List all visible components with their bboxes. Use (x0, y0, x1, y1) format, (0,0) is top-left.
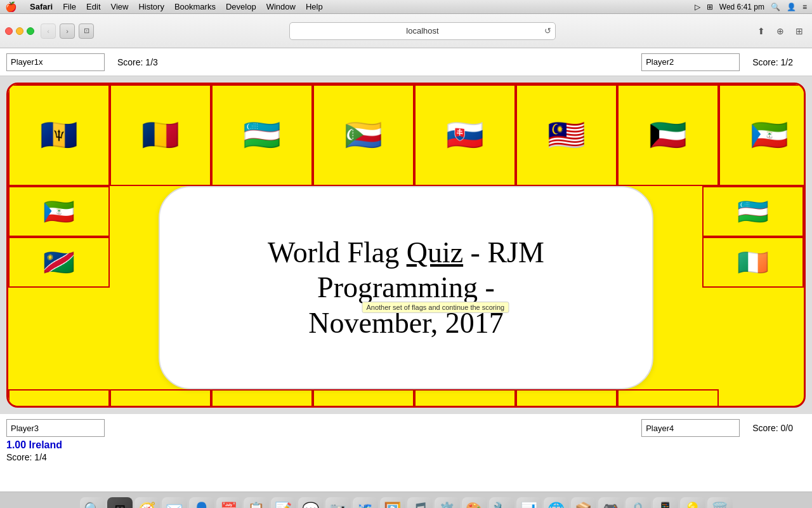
right-column: 🇺🇿 🇮🇪 (702, 186, 804, 389)
flag-cell-2[interactable]: 🇺🇿 (211, 84, 313, 186)
player4-input[interactable] (641, 419, 740, 437)
dock-app4[interactable]: 📊 (516, 497, 542, 509)
flag-cell-6[interactable]: 🇰🇼 (617, 84, 719, 186)
flag-cell-b7[interactable] (617, 389, 719, 408)
search-icon[interactable]: 🔍 (771, 3, 780, 11)
middle-row: 🇬🇶 🇳🇦 World Flag Quiz - RJM Programming … (8, 186, 804, 389)
bottom-row: 🇺🇿 🇳🇦 🇲🇾 🇰🇼 🇹🇹 🇮🇪 🇺🇿 (8, 389, 804, 408)
flag-cell-b2[interactable]: 🇲🇾 (110, 389, 211, 408)
menubar: 🍎 Safari File Edit View History Bookmark… (0, 0, 812, 14)
menu-bookmarks[interactable]: Bookmarks (174, 2, 216, 11)
flag-cell-b0[interactable]: 🇺🇿 (8, 389, 110, 408)
left-cell-0[interactable]: 🇬🇶 (8, 186, 110, 237)
left-cell-1[interactable]: 🇳🇦 (8, 237, 110, 288)
share-button[interactable]: ⬆ (754, 23, 769, 39)
center-area: World Flag Quiz - RJM Programming - Nove… (110, 186, 702, 389)
dock-app2[interactable]: 🎨 (462, 497, 487, 509)
menu-view[interactable]: View (111, 2, 129, 11)
maximize-button[interactable] (27, 27, 34, 35)
dock-itunes[interactable]: 🎵 (407, 497, 433, 509)
apple-menu[interactable]: 🍎 (5, 1, 17, 13)
back-button[interactable]: ‹ (41, 23, 56, 39)
dock-safari[interactable]: 🧭 (134, 497, 160, 509)
reader-button[interactable]: ⊡ (79, 23, 94, 39)
dock-reminders[interactable]: 📋 (244, 497, 269, 509)
dock-photos[interactable]: 🖼️ (380, 497, 405, 509)
player3-score: Score: 1/4 (6, 452, 62, 462)
dock-app6[interactable]: 📦 (571, 497, 596, 509)
player3-input[interactable] (6, 419, 105, 437)
menu-window[interactable]: Window (266, 2, 296, 11)
menu-history[interactable]: History (138, 2, 164, 11)
close-button[interactable] (5, 27, 13, 35)
dock: 🔍 ⊞ 🧭 ✉️ 👤 📅 📋 📝 💬 📷 🗺️ 🖼️ 🎵 ⚙️ 🎨 🔧 📊 🌐 … (0, 491, 812, 508)
dock-app1[interactable]: ⚙️ (435, 497, 460, 509)
dock-app10[interactable]: 💡 (680, 497, 705, 509)
dock-app9[interactable]: 📱 (653, 497, 678, 509)
tooltip-hint: Another set of flags and continue the sc… (362, 302, 509, 313)
dock-notes[interactable]: 📝 (271, 497, 296, 509)
airplay-icon: ▷ (695, 3, 700, 11)
menu-edit[interactable]: Edit (86, 2, 100, 11)
right-cell-0[interactable]: 🇺🇿 (702, 186, 804, 237)
flag-cell-b4[interactable]: 🇹🇹 (313, 389, 414, 408)
game-header: Score: 1/3 Score: 1/2 (0, 48, 812, 76)
menu-file[interactable]: File (63, 2, 76, 11)
traffic-lights (5, 27, 34, 35)
menu-safari[interactable]: Safari (30, 2, 53, 11)
browser-actions: ⬆ ⊕ ⊞ (754, 23, 807, 39)
dock-app8[interactable]: 🔒 (625, 497, 651, 509)
menu-develop[interactable]: Develop (226, 2, 256, 11)
dock-messages[interactable]: 💬 (298, 497, 324, 509)
browser-toolbar: ‹ › ⊡ localhost ↺ ⬆ ⊕ ⊞ (0, 14, 812, 48)
menubar-right: ▷ ⊞ Wed 6:41 pm 🔍 👤 ≡ (695, 3, 807, 11)
dock-contacts[interactable]: 👤 (189, 497, 214, 509)
menu-help[interactable]: Help (306, 2, 323, 11)
footer-top: Score: 0/0 (6, 419, 806, 437)
player4-score: Score: 0/0 (752, 423, 793, 433)
left-column: 🇬🇶 🇳🇦 (8, 186, 110, 389)
dock-finder[interactable]: 🔍 (80, 497, 105, 509)
flag-cell-4[interactable]: 🇸🇰 (414, 84, 516, 186)
dock-mail[interactable]: ✉️ (162, 497, 187, 509)
flag-cell-b6[interactable]: 🇺🇿 (516, 389, 617, 408)
player2-input[interactable] (641, 53, 740, 71)
reload-button[interactable]: ↺ (544, 26, 551, 36)
dock-app5[interactable]: 🌐 (544, 497, 569, 509)
player1-input[interactable] (6, 53, 105, 71)
game-board: 🇧🇧 🇹🇩 🇺🇿 🇰🇲 🇸🇰 🇲🇾 🇰🇼 🇬🇶 🇬🇶 🇳🇦 World Flag… (6, 83, 806, 408)
dock-calendar[interactable]: 📅 (216, 497, 242, 509)
list-icon: ≡ (802, 3, 807, 11)
flag-cell-b5[interactable]: 🇮🇪 (414, 389, 516, 408)
flag-cell-0[interactable]: 🇧🇧 (8, 84, 110, 186)
right-cell-1[interactable]: 🇮🇪 (702, 237, 804, 288)
dock-app7[interactable]: 🎮 (598, 497, 624, 509)
answer-display: 1.00 Ireland (6, 439, 62, 451)
dock-facetime[interactable]: 📷 (325, 497, 351, 509)
game-title: World Flag Quiz - RJM Programming - Nove… (185, 235, 627, 340)
game-footer: Score: 0/0 1.00 Ireland Score: 1/4 (0, 414, 812, 491)
flag-cell-1[interactable]: 🇹🇩 (110, 84, 211, 186)
dock-app3[interactable]: 🔧 (489, 497, 514, 509)
player2-score: Score: 1/2 (752, 57, 793, 67)
sidebar-toggle[interactable]: ⊞ (792, 23, 807, 39)
flag-cell-7[interactable]: 🇬🇶 (719, 84, 806, 186)
forward-button[interactable]: › (60, 23, 75, 39)
flag-cell-b3[interactable]: 🇰🇼 (211, 389, 313, 408)
dock-launchpad[interactable]: ⊞ (107, 497, 133, 509)
address-bar[interactable]: localhost ↺ (289, 22, 556, 40)
dock-trash[interactable]: 🗑️ (707, 497, 733, 509)
new-tab-button[interactable]: ⊕ (773, 23, 788, 39)
cast-icon: ⊞ (707, 3, 713, 11)
flag-cell-5[interactable]: 🇲🇾 (516, 84, 617, 186)
center-panel: World Flag Quiz - RJM Programming - Nove… (159, 186, 653, 389)
top-row: 🇧🇧 🇹🇩 🇺🇿 🇰🇲 🇸🇰 🇲🇾 🇰🇼 🇬🇶 (8, 84, 804, 186)
address-bar-wrap: localhost ↺ (98, 22, 747, 40)
profile-icon: 👤 (787, 3, 796, 11)
time-display: Wed 6:41 pm (719, 3, 764, 11)
footer-bottom: 1.00 Ireland Score: 1/4 (6, 439, 806, 462)
flag-cell-3[interactable]: 🇰🇲 (313, 84, 414, 186)
player1-score: Score: 1/3 (117, 57, 158, 67)
dock-maps[interactable]: 🗺️ (353, 497, 378, 509)
minimize-button[interactable] (16, 27, 23, 35)
